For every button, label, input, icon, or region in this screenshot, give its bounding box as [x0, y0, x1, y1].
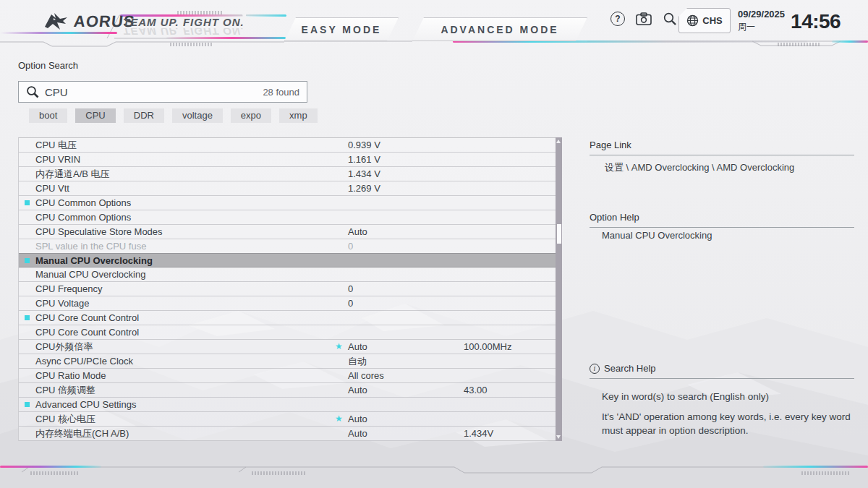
list-item[interactable]: CPU外频倍率★Auto100.00MHz	[19, 340, 556, 354]
option-label: Manual CPU Overclocking	[35, 254, 153, 267]
option-value: 1.434 V	[348, 167, 380, 181]
header-bar: AORUS TEAM UP. FIGHT ON. TEAM UP. FIGHT …	[0, 0, 868, 45]
option-value: 0	[348, 282, 353, 296]
option-label: CPU Vtt	[35, 181, 69, 195]
help-icon[interactable]: ?	[609, 10, 626, 27]
breadcrumb[interactable]: 设置 \ AMD Overclocking \ AMD Overclocking	[605, 161, 794, 174]
star-icon: ★	[335, 412, 343, 426]
option-label: 内存通道A/B 电压	[35, 167, 110, 181]
list-item[interactable]: SPL value in the CPU fuse0	[19, 239, 556, 254]
option-value: Auto	[348, 225, 367, 239]
search-icon[interactable]	[661, 10, 678, 27]
option-value: Auto	[348, 412, 367, 426]
option-label: 内存终端电压(CH A/B)	[35, 427, 129, 440]
option-value: 1.161 V	[348, 153, 380, 166]
option-value-secondary: 43.00	[464, 383, 488, 397]
option-value: 0	[348, 239, 353, 253]
option-value: Auto	[348, 340, 367, 354]
search-tag-cpu[interactable]: CPU	[75, 108, 115, 123]
list-item[interactable]: CPU VRIN1.161 V	[19, 153, 556, 167]
aorus-eagle-icon	[43, 12, 69, 32]
option-value: 1.269 V	[348, 181, 380, 195]
camera-icon[interactable]	[635, 10, 652, 27]
option-value-secondary: 100.00MHz	[464, 340, 511, 354]
submenu-bullet-icon	[25, 315, 30, 320]
weekday: 周一	[738, 21, 785, 33]
search-box[interactable]: 28 found	[18, 81, 307, 103]
microtext-bottom-2	[252, 471, 307, 475]
search-help-line2: It's 'AND' operation among key words, i.…	[602, 410, 856, 437]
info-icon: i	[590, 364, 600, 374]
option-value: 0.939 V	[348, 138, 380, 152]
list-item[interactable]: CPU 倍频调整Auto43.00	[19, 383, 556, 398]
search-tag-ddr[interactable]: DDR	[124, 108, 164, 123]
list-item[interactable]: Async CPU/PCIe Clock自动	[19, 354, 556, 369]
list-item[interactable]: CPU Voltage0	[19, 296, 556, 311]
aorus-logo: AORUS	[43, 12, 135, 32]
search-help-title: Search Help	[604, 363, 656, 374]
option-value: 0	[348, 296, 353, 310]
option-label: Async CPU/PCIe Clock	[35, 354, 133, 368]
search-tag-xmp[interactable]: xmp	[279, 108, 318, 123]
option-label: CPU VRIN	[35, 153, 80, 166]
list-item[interactable]: CPU Core Count Control	[19, 325, 556, 340]
option-label: SPL value in the CPU fuse	[35, 239, 146, 253]
search-help-header: i Search Help	[590, 363, 854, 379]
header-icons: ?	[609, 10, 678, 27]
scroll-up-arrow-icon[interactable]	[556, 140, 561, 143]
list-item[interactable]: CPU 电压0.939 V	[19, 138, 556, 153]
results-list: CPU 电压0.939 VCPU VRIN1.161 V内存通道A/B 电压1.…	[18, 137, 556, 441]
option-value-secondary: 1.434V	[464, 427, 493, 440]
option-label: Manual CPU Overclocking	[35, 267, 145, 281]
list-item[interactable]: CPU Speculative Store ModesAuto	[19, 225, 556, 239]
option-label: CPU 倍频调整	[35, 383, 95, 397]
search-input-icon	[26, 85, 39, 98]
page-link-title: Page Link	[590, 140, 854, 155]
language-selector[interactable]: CHS	[678, 8, 731, 33]
list-item[interactable]: CPU Frequency0	[19, 282, 556, 296]
search-tag-boot[interactable]: boot	[29, 108, 67, 123]
list-item[interactable]: CPU 核心电压★Auto	[19, 412, 556, 427]
submenu-bullet-icon	[25, 402, 30, 407]
bottom-decoration	[0, 454, 868, 483]
list-item[interactable]: CPU Common Options	[19, 210, 556, 225]
option-value: Auto	[348, 427, 367, 440]
list-item[interactable]: CPU Vtt1.269 V	[19, 181, 556, 196]
slogan: TEAM UP. FIGHT ON. TEAM UP. FIGHT ON.	[123, 16, 289, 38]
microtext-bottom-1	[30, 471, 78, 475]
scrollbar-thumb[interactable]	[557, 224, 561, 244]
option-value: Auto	[348, 383, 367, 397]
list-item[interactable]: Manual CPU Overclocking	[19, 267, 556, 282]
search-tag-voltage[interactable]: voltage	[172, 108, 223, 123]
submenu-bullet-icon	[25, 258, 30, 263]
search-found-count: 28 found	[263, 87, 299, 98]
time: 14:56	[791, 9, 841, 35]
list-item[interactable]: CPU Common Options	[19, 196, 556, 210]
option-help-text: Manual CPU Overclocking	[602, 230, 712, 241]
option-label: CPU Voltage	[35, 296, 89, 310]
slogan-reflection: TEAM UP. FIGHT ON.	[123, 28, 289, 38]
list-item[interactable]: Advanced CPU Settings	[19, 398, 556, 412]
search-help-line1: Key in word(s) to search (English only)	[602, 391, 769, 402]
option-label: CPU 电压	[35, 138, 77, 152]
tab-advanced-mode[interactable]: ADVANCED MODE	[412, 17, 587, 41]
option-label: CPU Common Options	[35, 196, 131, 210]
list-item[interactable]: CPU Core Count Control	[19, 311, 556, 325]
language-label: CHS	[702, 15, 722, 26]
option-label: CPU Common Options	[35, 210, 131, 224]
tab-easy-mode[interactable]: EASY MODE	[284, 17, 399, 41]
search-tag-expo[interactable]: expo	[231, 108, 271, 123]
globe-icon	[686, 14, 699, 27]
option-help-title: Option Help	[590, 212, 854, 228]
clock: 09/29/2025 周一 14:56	[738, 9, 841, 35]
search-input[interactable]	[45, 86, 263, 98]
scrollbar[interactable]	[556, 137, 562, 441]
list-item[interactable]: Manual CPU Overclocking	[19, 253, 556, 267]
option-label: CPU 核心电压	[35, 412, 95, 426]
option-label: CPU外频倍率	[35, 340, 93, 354]
list-item[interactable]: 内存终端电压(CH A/B)Auto1.434V	[19, 427, 556, 441]
list-item[interactable]: CPU Ratio ModeAll cores	[19, 369, 556, 383]
scroll-down-arrow-icon[interactable]	[556, 435, 561, 439]
option-search-label: Option Search	[18, 60, 78, 71]
list-item[interactable]: 内存通道A/B 电压1.434 V	[19, 167, 556, 181]
